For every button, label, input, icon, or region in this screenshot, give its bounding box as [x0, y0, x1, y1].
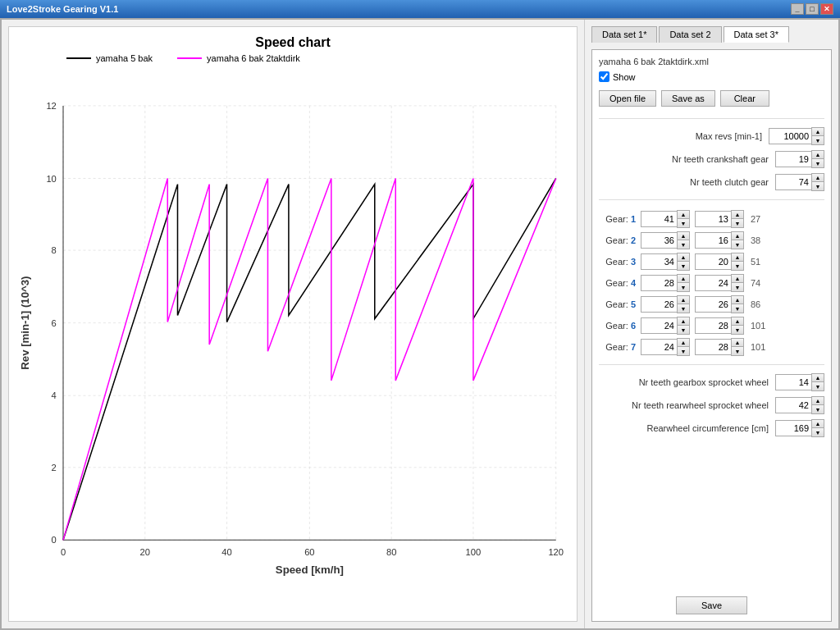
svg-text:40: 40 — [221, 547, 231, 557]
rearwheel-sprocket-down[interactable]: ▼ — [812, 405, 824, 413]
crankshaft-up[interactable]: ▲ — [812, 151, 824, 159]
clutch-down[interactable]: ▼ — [812, 182, 824, 190]
svg-text:Rev [min-1] (10^3): Rev [min-1] (10^3) — [19, 276, 31, 370]
legend-item-1: yamaha 5 bak — [66, 53, 153, 63]
close-button[interactable]: ✕ — [820, 3, 833, 15]
rearwheel-sprocket-input[interactable] — [775, 397, 811, 413]
gear-up2-7[interactable]: ▲ — [732, 339, 743, 347]
gear-input2-2[interactable] — [695, 232, 731, 249]
gear-spin-btns2-4: ▲ ▼ — [731, 274, 744, 292]
main-content: Speed chart yamaha 5 bak yamaha 6 bak 2t… — [0, 18, 840, 630]
gear-input1-1[interactable] — [641, 211, 677, 227]
gear-down1-7[interactable]: ▼ — [678, 347, 689, 355]
gear-up2-1[interactable]: ▲ — [732, 211, 743, 219]
gear-spinbox1-6: ▲ ▼ — [641, 317, 690, 335]
gear-down1-3[interactable]: ▼ — [678, 262, 689, 270]
gear-input1-4[interactable] — [641, 275, 677, 291]
gear-label-1: Gear: 1 — [599, 214, 636, 224]
tab-dataset1[interactable]: Data set 1* — [591, 26, 657, 43]
gear-input1-2[interactable] — [641, 232, 677, 249]
gear-spinbox2-5: ▲ ▼ — [695, 295, 744, 313]
gear-input2-3[interactable] — [695, 253, 731, 270]
gear-up1-3[interactable]: ▲ — [678, 253, 689, 262]
svg-text:4: 4 — [52, 390, 57, 400]
open-file-button[interactable]: Open file — [599, 90, 656, 107]
gear-down2-2[interactable]: ▼ — [732, 240, 743, 249]
maximize-button[interactable]: □ — [806, 3, 819, 15]
clutch-up[interactable]: ▲ — [812, 174, 824, 182]
gear-up1-6[interactable]: ▲ — [678, 317, 689, 326]
show-checkbox[interactable] — [599, 71, 609, 82]
gear-down2-5[interactable]: ▼ — [732, 304, 743, 313]
max-revs-input[interactable] — [769, 128, 811, 144]
crankshaft-down[interactable]: ▼ — [812, 159, 824, 167]
clutch-spinbox: ▲ ▼ — [775, 173, 824, 191]
file-name: yamaha 6 bak 2taktdirk.xml — [599, 57, 824, 66]
gearbox-sprocket-input[interactable] — [775, 374, 811, 390]
gear-input2-5[interactable] — [695, 296, 731, 313]
chart-area: 0 20 40 60 80 100 120 0 2 4 6 8 10 12 Sp… — [17, 66, 568, 613]
max-revs-spinbox: ▲ ▼ — [769, 127, 824, 145]
save-button[interactable]: Save — [676, 596, 747, 614]
gear-down2-3[interactable]: ▼ — [732, 262, 743, 270]
gear-up1-1[interactable]: ▲ — [678, 211, 689, 219]
gear-spin-btns1-5: ▲ ▼ — [677, 295, 690, 313]
svg-text:Speed [km/h]: Speed [km/h] — [276, 564, 344, 576]
gear-down1-4[interactable]: ▼ — [678, 283, 689, 291]
gear-up1-5[interactable]: ▲ — [678, 296, 689, 304]
gear-down2-7[interactable]: ▼ — [732, 347, 743, 355]
gear-up1-4[interactable]: ▲ — [678, 275, 689, 283]
tab-dataset3[interactable]: Data set 3* — [724, 26, 789, 43]
gear-input2-7[interactable] — [695, 339, 731, 355]
clear-button[interactable]: Clear — [720, 90, 769, 107]
divider-1 — [599, 118, 824, 119]
gear-up2-6[interactable]: ▲ — [732, 317, 743, 326]
gear-up1-7[interactable]: ▲ — [678, 339, 689, 347]
gear-input2-4[interactable] — [695, 275, 731, 291]
circumference-input[interactable] — [775, 420, 811, 436]
gear-up2-4[interactable]: ▲ — [732, 275, 743, 283]
gear-input1-6[interactable] — [641, 317, 677, 334]
minimize-button[interactable]: _ — [791, 3, 804, 15]
circumference-up[interactable]: ▲ — [812, 420, 824, 428]
gear-spinbox2-1: ▲ ▼ — [695, 210, 744, 228]
action-buttons: Open file Save as Clear — [599, 90, 824, 107]
gear-input2-1[interactable] — [695, 211, 731, 227]
gear-input1-7[interactable] — [641, 339, 677, 355]
crankshaft-input[interactable] — [775, 151, 811, 167]
gearbox-sprocket-up[interactable]: ▲ — [812, 374, 824, 382]
max-revs-down[interactable]: ▼ — [812, 136, 824, 144]
gear-num-7: 7 — [631, 342, 636, 352]
gear-down1-2[interactable]: ▼ — [678, 240, 689, 249]
gear-down2-4[interactable]: ▼ — [732, 283, 743, 291]
tab-dataset2[interactable]: Data set 2 — [659, 26, 721, 43]
gearbox-sprocket-row: Nr teeth gearbox sprocket wheel ▲ ▼ — [599, 373, 824, 391]
gear-down1-5[interactable]: ▼ — [678, 304, 689, 313]
gearbox-sprocket-down[interactable]: ▼ — [812, 382, 824, 390]
gear-input2-6[interactable] — [695, 317, 731, 334]
max-revs-up[interactable]: ▲ — [812, 128, 824, 136]
gear-down2-1[interactable]: ▼ — [732, 219, 743, 227]
gear-up2-3[interactable]: ▲ — [732, 253, 743, 262]
gear-input1-3[interactable] — [641, 253, 677, 270]
clutch-input[interactable] — [775, 174, 811, 190]
gear-ratio-3: 51 — [751, 257, 760, 267]
clutch-spin-btns: ▲ ▼ — [811, 173, 824, 191]
svg-text:0: 0 — [52, 535, 57, 545]
circumference-down[interactable]: ▼ — [812, 428, 824, 436]
gear-ratio-2: 38 — [751, 235, 760, 245]
gear-input1-5[interactable] — [641, 296, 677, 313]
gear-up2-2[interactable]: ▲ — [732, 232, 743, 240]
gear-spin-btns2-6: ▲ ▼ — [731, 317, 744, 335]
save-as-button[interactable]: Save as — [661, 90, 715, 107]
gear-up2-5[interactable]: ▲ — [732, 296, 743, 304]
gear-up1-2[interactable]: ▲ — [678, 232, 689, 240]
gear-spinbox2-4: ▲ ▼ — [695, 274, 744, 292]
gear-down2-6[interactable]: ▼ — [732, 326, 743, 334]
gear-down1-1[interactable]: ▼ — [678, 219, 689, 227]
gear-down1-6[interactable]: ▼ — [678, 326, 689, 334]
gear-spin-btns1-4: ▲ ▼ — [677, 274, 690, 292]
gear-spin-btns2-2: ▲ ▼ — [731, 231, 744, 249]
gear-label-7: Gear: 7 — [599, 342, 636, 352]
rearwheel-sprocket-up[interactable]: ▲ — [812, 397, 824, 405]
